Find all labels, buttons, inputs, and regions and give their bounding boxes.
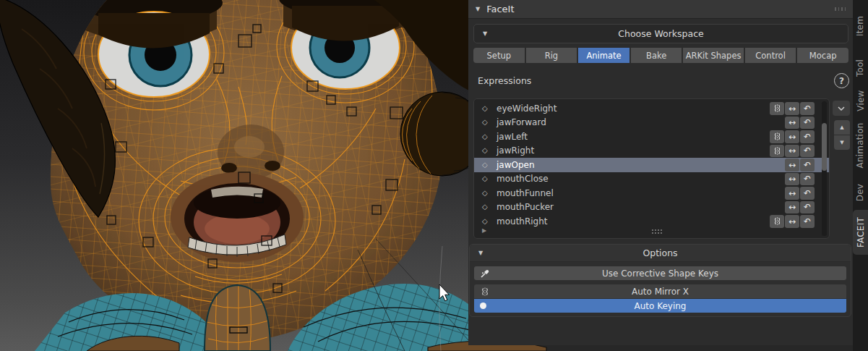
workspace-tab-bake[interactable]: Bake	[631, 48, 682, 63]
undo-icon[interactable]: ↶	[800, 102, 815, 115]
expand-triangle-icon[interactable]: ▶	[482, 227, 486, 234]
button-label: Use Corrective Shape Keys	[602, 268, 718, 279]
button-label: Auto Keying	[635, 301, 687, 311]
arrow-leftright-icon[interactable]: ↔	[785, 158, 799, 172]
undo-icon[interactable]: ↶	[800, 145, 815, 158]
character-right-eye	[291, 6, 400, 89]
dropdown-triangle-icon: ▼	[483, 31, 487, 37]
arrow-leftright-icon[interactable]: ↔	[785, 117, 799, 130]
expression-name: jawOpen	[497, 160, 535, 170]
sidebar-tab-faceit[interactable]: FACEIT	[853, 210, 868, 255]
expression-name: jawLeft	[497, 132, 528, 142]
blender-window: ▼ FaceIt ▼ Choose Workspace SetupRigAnim…	[0, 0, 868, 351]
options-header[interactable]: ▼ Options	[470, 245, 851, 262]
expression-row-eyeWideRight[interactable]: ◇eyeWideRight↔↶	[474, 101, 829, 116]
expression-row-jawOpen[interactable]: ◇jawOpen↔↶	[474, 158, 829, 172]
arrow-leftright-icon[interactable]: ↔	[785, 145, 799, 158]
collapse-triangle-icon[interactable]: ▼	[476, 7, 480, 12]
shapekey-diamond-icon: ◇	[482, 218, 491, 225]
sidebar-tab-label: FACEIT	[856, 217, 866, 248]
arrow-leftright-icon[interactable]: ↔	[785, 130, 799, 143]
workspace-tab-arkit-shapes[interactable]: ARKit Shapes	[683, 48, 743, 63]
undo-icon[interactable]: ↶	[800, 187, 815, 200]
sidebar-tab-view[interactable]: View	[853, 85, 868, 116]
expression-row-jawRight[interactable]: ◇jawRight↔↶	[474, 144, 829, 158]
shapekey-diamond-icon: ◇	[482, 203, 491, 211]
expression-name: eyeWideRight	[497, 103, 557, 114]
sidebar-tab-animation[interactable]: Animation	[853, 117, 868, 174]
expression-row-mouthClose[interactable]: ◇mouthClose↔↶	[474, 172, 829, 187]
panel-title: FaceIt	[486, 4, 514, 14]
chevron-down-icon	[837, 106, 846, 111]
help-icon[interactable]: ?	[834, 73, 849, 88]
sidebar-tab-label: Animation	[856, 123, 866, 169]
arrow-leftright-icon[interactable]: ↔	[785, 187, 799, 200]
options-subpanel: ▼ Options Use Corrective Shape Keys	[469, 244, 851, 317]
shapekey-diamond-icon: ◇	[482, 175, 491, 182]
expression-row-jawForward[interactable]: ◇jawForward↔↶	[474, 116, 829, 130]
button-label: Auto Mirror X	[632, 287, 689, 297]
move-item-up-button[interactable]: ▲	[834, 120, 850, 135]
use-corrective-shape-keys-button[interactable]: Use Corrective Shape Keys	[474, 266, 846, 280]
mirror-icon[interactable]	[770, 145, 784, 158]
sidebar-tab-label: Dev	[856, 184, 866, 201]
sidebar-tab-label: View	[856, 90, 866, 111]
mirror-icon[interactable]	[770, 130, 784, 143]
sidebar-tab-strip: ItemToolViewAnimationDevFACEIT	[853, 0, 868, 351]
move-item-down-button[interactable]: ▼	[834, 135, 850, 150]
undo-icon[interactable]: ↶	[800, 117, 815, 130]
expressions-list[interactable]: ◇eyeWideRight↔↶◇jawForward↔↶◇jawLeft↔↶◇j…	[473, 98, 830, 239]
shapekey-diamond-icon: ◇	[482, 147, 491, 154]
shapekey-diamond-icon: ◇	[482, 190, 491, 197]
faceit-panel-header[interactable]: ▼ FaceIt	[468, 0, 853, 19]
workspace-tab-animate[interactable]: Animate	[578, 48, 629, 63]
undo-icon[interactable]: ↶	[800, 130, 815, 143]
collapse-triangle-icon[interactable]: ▼	[478, 250, 483, 256]
expression-row-jawLeft[interactable]: ◇jawLeft↔↶	[474, 130, 829, 144]
expression-name: mouthFunnel	[497, 188, 554, 198]
list-menu-button[interactable]	[833, 101, 850, 116]
workspace-tab-rig[interactable]: Rig	[526, 48, 577, 63]
eyedropper-icon	[480, 268, 490, 279]
workspace-tab-mocap[interactable]: Mocap	[797, 48, 848, 63]
panel-grip-icon[interactable]	[835, 7, 846, 11]
list-resize-grip-icon[interactable]	[652, 229, 653, 231]
undo-icon[interactable]: ↶	[800, 158, 815, 172]
arrow-leftright-icon[interactable]: ↔	[785, 102, 799, 115]
sidebar-tab-label: Item	[856, 16, 866, 36]
character-mouth	[171, 172, 304, 262]
expression-name: jawForward	[497, 117, 546, 127]
workspace-tabs: SetupRigAnimateBakeARKit ShapesControlMo…	[473, 48, 848, 63]
sidebar-tab-dev[interactable]: Dev	[853, 179, 868, 206]
expression-name: mouthClose	[497, 174, 549, 184]
sidebar-tab-item[interactable]: Item	[853, 10, 868, 42]
arrow-leftright-icon[interactable]: ↔	[785, 201, 799, 214]
arrow-leftright-icon[interactable]: ↔	[785, 173, 799, 186]
expression-name: jawRight	[497, 145, 534, 156]
sidebar-tab-label: Tool	[856, 59, 866, 77]
mirror-icon[interactable]	[770, 102, 784, 115]
choose-workspace-label: Choose Workspace	[474, 28, 848, 39]
record-dot-icon	[480, 303, 486, 309]
list-footer: ▶	[474, 225, 829, 237]
shapekey-diamond-icon: ◇	[482, 161, 491, 169]
auto-keying-button[interactable]: Auto Keying	[474, 299, 846, 313]
shapekey-diamond-icon: ◇	[482, 133, 491, 140]
faceit-panel: ▼ FaceIt ▼ Choose Workspace SetupRigAnim…	[468, 0, 853, 345]
options-title: Options	[470, 248, 851, 258]
shapekey-diamond-icon: ◇	[482, 119, 491, 126]
list-scrollbar[interactable]	[822, 101, 827, 236]
workspace-tab-setup[interactable]: Setup	[473, 48, 525, 63]
undo-icon[interactable]: ↶	[800, 173, 815, 186]
workspace-tab-control[interactable]: Control	[745, 48, 796, 63]
expressions-label: Expressions	[478, 75, 531, 86]
sidebar-tab-tool[interactable]: Tool	[853, 54, 868, 83]
expression-name: mouthPucker	[497, 202, 554, 212]
shapekey-diamond-icon: ◇	[482, 105, 491, 112]
undo-icon[interactable]: ↶	[800, 201, 815, 214]
mirror-icon	[480, 287, 490, 297]
choose-workspace-dropdown[interactable]: ▼ Choose Workspace	[473, 24, 848, 43]
auto-mirror-x-button[interactable]: Auto Mirror X	[474, 284, 846, 298]
expression-row-mouthFunnel[interactable]: ◇mouthFunnel↔↶	[474, 186, 829, 200]
expression-row-mouthPucker[interactable]: ◇mouthPucker↔↶	[474, 200, 829, 215]
